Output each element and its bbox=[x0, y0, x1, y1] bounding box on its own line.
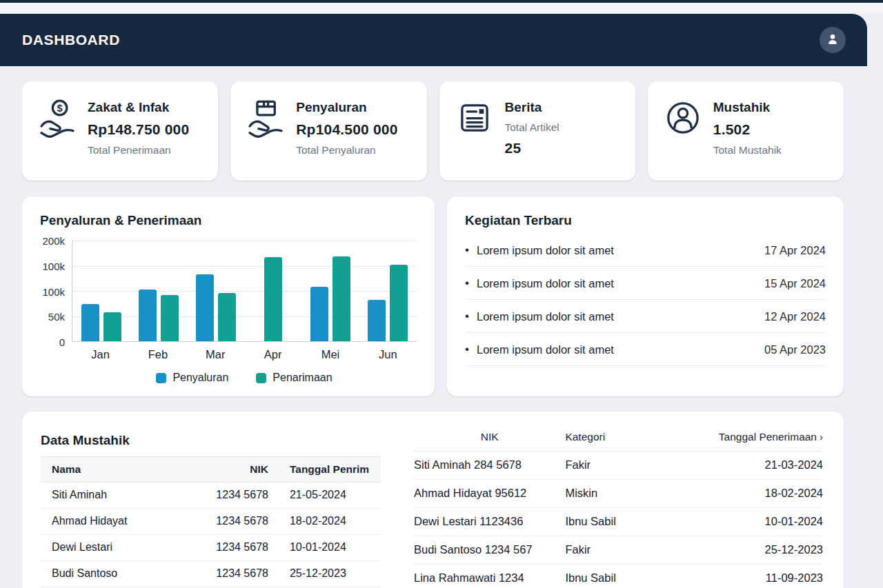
stat-card-penyaluran[interactable]: PenyaluranRp104.500 000Total Penyaluran bbox=[230, 81, 426, 181]
activities-panel: Kegiatan Terbaru • Lorem ipsum dolor sit… bbox=[447, 196, 844, 396]
table-cell: 10-01-2024 bbox=[679, 508, 823, 536]
legend-label: Penyaluran bbox=[172, 372, 228, 384]
bullet-icon: • bbox=[465, 276, 469, 290]
chart-title: Penyaluran & Penerimaan bbox=[40, 213, 417, 228]
recipient-table-header: NIKKategoriTanggal Penerimaan› bbox=[414, 425, 823, 452]
bar-penarimaan-jan bbox=[103, 312, 121, 341]
table-cell: Ibnu Sabil bbox=[565, 565, 679, 588]
table-cell: Ibnu Sabil bbox=[565, 508, 679, 536]
bar-group-jan bbox=[72, 241, 130, 341]
table-cell: Miskin bbox=[565, 480, 679, 508]
bar-penyaluran-jun bbox=[368, 300, 386, 341]
activity-date: 05 Apr 2023 bbox=[764, 343, 826, 356]
table-cell: 18-02-2024 bbox=[679, 480, 823, 508]
recipient-table: NIKKategoriTanggal Penerimaan› Siti Amin… bbox=[414, 425, 823, 588]
activity-item[interactable]: • Lorem ipsum dolor sit amet 05 Apr 2023 bbox=[465, 333, 826, 366]
table-cell: 1234 5678 bbox=[180, 561, 268, 587]
table-cell: Budi Santoso 1234 567 bbox=[414, 536, 565, 565]
chart-legend: PenyaluranPenarimaan bbox=[72, 372, 417, 384]
bullet-icon: • bbox=[465, 243, 469, 257]
table-row[interactable]: Siti Aminah1234 567821-05-2024 bbox=[40, 483, 381, 509]
stat-card-muted: Total Penyaluran bbox=[296, 144, 397, 156]
stat-card-title: Zakat & Infak bbox=[88, 100, 189, 115]
x-tick-label: Mei bbox=[301, 348, 359, 361]
bullet-icon: • bbox=[465, 343, 469, 356]
table-row[interactable]: Budi Santoso 1234 567Fakir25-12-2023 bbox=[414, 536, 823, 565]
bar-penyaluran-mar bbox=[196, 274, 214, 341]
table-cell: 1234 5678 bbox=[180, 535, 268, 561]
bar-group-mei bbox=[302, 241, 359, 341]
activity-list: • Lorem ipsum dolor sit amet 17 Apr 2024… bbox=[465, 234, 826, 366]
column-header-tanggal-penerimaan[interactable]: Tanggal Penerimaan› bbox=[679, 425, 823, 452]
y-tick-label: 100k bbox=[42, 260, 65, 272]
x-tick-label: Jun bbox=[359, 348, 417, 361]
table-cell: Budi Santoso bbox=[40, 561, 180, 587]
table-cell: 1234 5678 bbox=[180, 509, 268, 535]
bar-group-jun bbox=[359, 241, 417, 341]
table-row[interactable]: Lina Rahmawati 1234Ibnu Sabil11-09-2023 bbox=[414, 565, 823, 588]
y-tick-label: 200k bbox=[42, 235, 65, 247]
column-header-tanggal-penrim: Tanggal Penrim bbox=[268, 457, 381, 483]
newspaper-icon bbox=[455, 95, 495, 181]
stat-card-muted: Total Mustahik bbox=[713, 144, 782, 156]
table-row[interactable]: Dewi Lestari1234 567810-01-2024 bbox=[40, 535, 381, 561]
stat-card-value: 25 bbox=[505, 140, 559, 156]
activity-date: 12 Apr 2024 bbox=[764, 310, 826, 323]
activity-item[interactable]: • Lorem ipsum dolor sit amet 15 Apr 2024 bbox=[465, 267, 826, 300]
y-tick-label: 100k bbox=[42, 285, 65, 297]
table-cell: 25-12-2023 bbox=[268, 561, 381, 587]
bar-penarimaan-mar bbox=[218, 293, 236, 341]
mustahik-table-header: NamaNIKTanggal Penrim bbox=[40, 457, 381, 483]
table-cell: 21-03-2024 bbox=[679, 452, 823, 480]
avatar-button[interactable] bbox=[820, 27, 846, 53]
stat-card-mustahik[interactable]: Mustahik1.502Total Mustahik bbox=[648, 81, 844, 181]
table-row[interactable]: Ahmad Hidayat 95612Miskin18-02-2024 bbox=[414, 480, 823, 508]
page-title: DASHBOARD bbox=[22, 32, 120, 48]
hand-box-icon bbox=[246, 95, 286, 181]
activity-date: 17 Apr 2024 bbox=[764, 244, 826, 257]
table-cell: 10-01-2024 bbox=[268, 535, 381, 561]
bar-group-mar bbox=[187, 241, 244, 341]
chevron-right-icon: › bbox=[820, 431, 823, 443]
bar-penarimaan-mei bbox=[333, 256, 350, 341]
table-cell: Dewi Lestari 1123436 bbox=[414, 508, 565, 536]
chart-plot-area bbox=[72, 241, 417, 342]
table-row[interactable]: Ahmad Hidayat1234 567818-02-2024 bbox=[40, 509, 381, 535]
legend-swatch bbox=[256, 373, 266, 383]
bar-penyaluran-feb bbox=[139, 290, 157, 341]
activity-item[interactable]: • Lorem ipsum dolor sit amet 17 Apr 2024 bbox=[465, 234, 826, 267]
recipient-table-zone: NIKKategoriTanggal Penerimaan› Siti Amin… bbox=[414, 424, 823, 588]
stat-card-muted: Total Artikel bbox=[505, 121, 559, 134]
table-row[interactable]: Siti Aminah 284 5678Fakir21-03-2024 bbox=[414, 452, 823, 480]
table-cell: Siti Aminah bbox=[40, 483, 180, 509]
mustahik-table-title: Data Mustahik bbox=[41, 433, 381, 448]
y-tick-label: 0 bbox=[59, 336, 65, 348]
table-cell: 21-05-2024 bbox=[268, 483, 381, 509]
column-header-nik: NIK bbox=[180, 457, 268, 483]
table-cell: 25-12-2023 bbox=[679, 536, 823, 565]
column-header-label: Tanggal Penerimaan bbox=[719, 431, 817, 443]
stat-card-value: Rp148.750 000 bbox=[88, 121, 189, 138]
stat-card-berita[interactable]: BeritaTotal Artikel25 bbox=[439, 81, 635, 181]
table-cell: 11-09-2023 bbox=[679, 565, 823, 588]
bullet-icon: • bbox=[465, 310, 469, 323]
activity-text: Lorem ipsum dolor sit amet bbox=[477, 277, 764, 290]
chart-y-axis: 200k100k100k50k0 bbox=[40, 241, 72, 342]
table-row[interactable]: Dewi Lestari 1123436Ibnu Sabil10-01-2024 bbox=[414, 508, 823, 536]
y-tick-label: 50k bbox=[48, 311, 65, 323]
top-gap bbox=[0, 3, 883, 14]
stat-card-row: $ Zakat & InfakRp148.750 000Total Peneri… bbox=[22, 81, 844, 181]
activity-item[interactable]: • Lorem ipsum dolor sit amet 12 Apr 2024 bbox=[465, 300, 826, 333]
app-header: DASHBOARD bbox=[0, 14, 867, 66]
legend-swatch bbox=[156, 373, 166, 383]
table-cell: Ahmad Hidayat 95612 bbox=[414, 480, 565, 508]
column-header-kategori: Kategori bbox=[565, 425, 679, 452]
bar-group-feb bbox=[130, 241, 187, 341]
table-cell: Fakir bbox=[565, 536, 679, 565]
activity-date: 15 Apr 2024 bbox=[764, 277, 826, 290]
table-row[interactable]: Budi Santoso1234 567825-12-2023 bbox=[40, 561, 381, 587]
table-cell: Ahmad Hidayat bbox=[40, 509, 180, 535]
stat-card-title: Berita bbox=[505, 100, 559, 115]
x-tick-label: Jan bbox=[72, 348, 129, 361]
stat-card-zakat-infak[interactable]: $ Zakat & InfakRp148.750 000Total Peneri… bbox=[22, 81, 218, 181]
